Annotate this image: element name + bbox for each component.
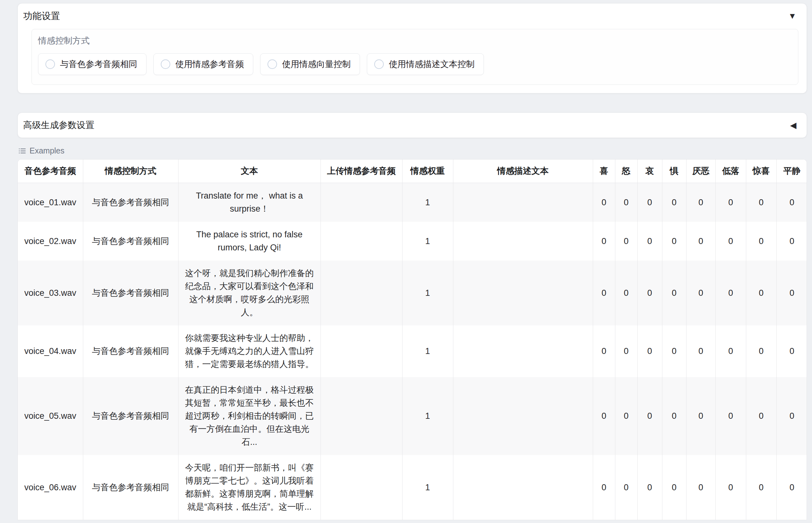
table-cell[interactable]: 0 xyxy=(746,183,776,222)
table-cell[interactable]: 0 xyxy=(637,222,662,260)
table-cell[interactable]: 与音色参考音频相同 xyxy=(83,325,178,377)
table-cell[interactable]: 0 xyxy=(776,260,807,325)
radio-option-same-as-voice-ref[interactable]: 与音色参考音频相同 xyxy=(38,53,146,75)
collapse-left-icon[interactable]: ◀ xyxy=(788,119,798,132)
table-cell[interactable]: 0 xyxy=(662,222,686,260)
table-cell[interactable]: 与音色参考音频相同 xyxy=(83,260,178,325)
example-row[interactable]: voice_03.wav与音色参考音频相同这个呀，就是我们精心制作准备的纪念品，… xyxy=(18,260,807,325)
table-cell[interactable] xyxy=(320,325,402,377)
table-cell[interactable]: 0 xyxy=(686,260,716,325)
table-cell[interactable]: 0 xyxy=(593,183,615,222)
table-cell[interactable]: 0 xyxy=(686,325,716,377)
table-cell[interactable]: voice_01.wav xyxy=(18,183,83,222)
table-cell[interactable] xyxy=(320,222,402,260)
table-cell[interactable] xyxy=(453,377,593,455)
table-cell[interactable]: 0 xyxy=(776,325,807,377)
table-cell[interactable] xyxy=(453,222,593,260)
table-cell[interactable]: 0 xyxy=(776,455,807,520)
table-cell[interactable]: 这个呀，就是我们精心制作准备的纪念品，大家可以看到这个色泽和这个材质啊，哎呀多么… xyxy=(178,260,320,325)
table-cell[interactable]: 0 xyxy=(593,222,615,260)
table-cell[interactable]: 0 xyxy=(716,455,746,520)
table-cell[interactable]: 0 xyxy=(615,260,637,325)
table-cell[interactable]: 你就需要我这种专业人士的帮助，就像手无缚鸡之力的人进入雪山狩猎，一定需要最老练的… xyxy=(178,325,320,377)
table-cell[interactable]: Translate for me， what is a surprise！ xyxy=(178,183,320,222)
table-cell[interactable]: 0 xyxy=(686,377,716,455)
example-row[interactable]: voice_01.wav与音色参考音频相同Translate for me， w… xyxy=(18,183,807,222)
table-cell[interactable]: 0 xyxy=(662,325,686,377)
table-cell[interactable]: 与音色参考音频相同 xyxy=(83,222,178,260)
table-cell[interactable]: 0 xyxy=(716,325,746,377)
table-cell[interactable]: 0 xyxy=(776,183,807,222)
table-cell[interactable]: 0 xyxy=(637,183,662,222)
table-cell[interactable]: 0 xyxy=(637,325,662,377)
table-cell[interactable]: 0 xyxy=(593,455,615,520)
collapse-down-icon[interactable]: ▼ xyxy=(786,9,798,22)
table-cell[interactable]: 0 xyxy=(716,222,746,260)
example-row[interactable]: voice_05.wav与音色参考音频相同在真正的日本剑道中，格斗过程极其短暂，… xyxy=(18,377,807,455)
table-cell[interactable] xyxy=(320,455,402,520)
table-cell[interactable]: 0 xyxy=(716,260,746,325)
table-cell[interactable] xyxy=(320,260,402,325)
table-cell[interactable]: 与音色参考音频相同 xyxy=(83,377,178,455)
table-cell[interactable]: 1 xyxy=(402,455,453,520)
table-cell[interactable]: 0 xyxy=(686,455,716,520)
table-cell[interactable] xyxy=(453,325,593,377)
table-cell[interactable]: 0 xyxy=(662,377,686,455)
table-cell[interactable]: 0 xyxy=(593,325,615,377)
table-cell[interactable]: 0 xyxy=(637,260,662,325)
table-cell[interactable]: 1 xyxy=(402,325,453,377)
radio-circle-icon[interactable] xyxy=(45,59,55,69)
table-cell[interactable]: 1 xyxy=(402,260,453,325)
table-cell[interactable]: 0 xyxy=(716,377,746,455)
table-cell[interactable] xyxy=(453,455,593,520)
table-cell[interactable]: 0 xyxy=(637,455,662,520)
table-cell[interactable]: 今天呢，咱们开一部新书，叫《赛博朋克二零七七》。这词儿我听着都新鲜。这赛博朋克啊… xyxy=(178,455,320,520)
table-cell[interactable]: voice_02.wav xyxy=(18,222,83,260)
table-cell[interactable]: 0 xyxy=(615,455,637,520)
table-cell[interactable]: 与音色参考音频相同 xyxy=(83,183,178,222)
table-cell[interactable]: The palace is strict, no false rumors, L… xyxy=(178,222,320,260)
table-cell[interactable]: 0 xyxy=(593,377,615,455)
example-row[interactable]: voice_06.wav与音色参考音频相同今天呢，咱们开一部新书，叫《赛博朋克二… xyxy=(18,455,807,520)
table-cell[interactable]: 0 xyxy=(686,222,716,260)
table-cell[interactable]: 0 xyxy=(593,260,615,325)
table-cell[interactable]: voice_04.wav xyxy=(18,325,83,377)
radio-option-emotion-vector[interactable]: 使用情感向量控制 xyxy=(260,53,360,75)
table-cell[interactable]: 0 xyxy=(746,260,776,325)
table-cell[interactable]: 1 xyxy=(402,377,453,455)
table-cell[interactable]: 1 xyxy=(402,183,453,222)
table-cell[interactable]: 0 xyxy=(615,222,637,260)
table-cell[interactable]: 0 xyxy=(615,183,637,222)
table-cell[interactable] xyxy=(453,260,593,325)
table-cell[interactable]: voice_03.wav xyxy=(18,260,83,325)
radio-option-emotion-ref-audio[interactable]: 使用情感参考音频 xyxy=(153,53,253,75)
table-cell[interactable]: 0 xyxy=(776,377,807,455)
table-cell[interactable]: 0 xyxy=(637,377,662,455)
table-cell[interactable]: 0 xyxy=(746,455,776,520)
radio-option-emotion-text[interactable]: 使用情感描述文本控制 xyxy=(367,53,484,75)
table-cell[interactable]: 0 xyxy=(662,455,686,520)
radio-circle-icon[interactable] xyxy=(267,59,277,69)
table-cell[interactable]: 0 xyxy=(662,260,686,325)
table-cell[interactable]: 0 xyxy=(662,183,686,222)
table-cell[interactable]: 0 xyxy=(615,377,637,455)
radio-circle-icon[interactable] xyxy=(161,59,170,69)
example-row[interactable]: voice_02.wav与音色参考音频相同The palace is stric… xyxy=(18,222,807,260)
table-cell[interactable]: 0 xyxy=(746,377,776,455)
table-cell[interactable] xyxy=(320,377,402,455)
table-cell[interactable]: 0 xyxy=(746,325,776,377)
table-cell[interactable] xyxy=(320,183,402,222)
table-cell[interactable]: 1 xyxy=(402,222,453,260)
radio-circle-icon[interactable] xyxy=(374,59,384,69)
table-cell[interactable]: 0 xyxy=(686,183,716,222)
table-cell[interactable]: 在真正的日本剑道中，格斗过程极其短暂，常常短至半秒，最长也不超过两秒，利剑相击的… xyxy=(178,377,320,455)
table-cell[interactable]: 与音色参考音频相同 xyxy=(83,455,178,520)
table-cell[interactable]: 0 xyxy=(746,222,776,260)
table-cell[interactable]: 0 xyxy=(615,325,637,377)
table-cell[interactable]: voice_05.wav xyxy=(18,377,83,455)
example-row[interactable]: voice_04.wav与音色参考音频相同你就需要我这种专业人士的帮助，就像手无… xyxy=(18,325,807,377)
table-cell[interactable]: 0 xyxy=(716,183,746,222)
table-cell[interactable] xyxy=(453,183,593,222)
table-cell[interactable]: voice_06.wav xyxy=(18,455,83,520)
table-cell[interactable]: 0 xyxy=(776,222,807,260)
